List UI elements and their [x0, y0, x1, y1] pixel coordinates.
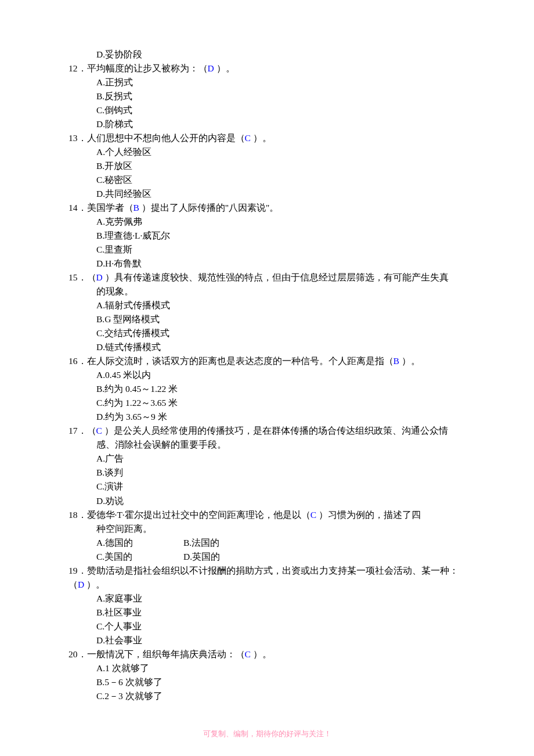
question-16: 16．在人际交流时，谈话双方的距离也是表达态度的一种信号。个人距离是指（B ）。… — [68, 354, 466, 424]
stem-pre: 人们思想中不想向他人公开的内容是（ — [87, 133, 245, 143]
stem-pre: 赞助活动是指社会组织以不计报酬的捐助方式，出资或出力支持某一项社会活动、某一种：… — [68, 566, 459, 589]
option-item: A.1 次就够了 — [96, 661, 466, 675]
document-page: D.妥协阶段 12．平均幅度的让步又被称为：（D ）。 A.正拐式 B.反拐式 … — [0, 0, 534, 756]
stem-post: ）是公关人员经常使用的传播技巧，是在群体传播的场合传达组织政策、沟通公众情 — [104, 426, 448, 435]
question-number: 16． — [68, 356, 87, 366]
question-12: 12．平均幅度的让步又被称为：（D ）。 A.正拐式 B.反拐式 C.倒钩式 D… — [68, 62, 466, 131]
stem-wrap: 种空间距离。 — [68, 522, 466, 536]
option-item: A.正拐式 — [96, 75, 466, 89]
question-stem: 20．一般情况下，组织每年搞庆典活动：（C ）。 — [68, 647, 466, 661]
question-number: 14． — [68, 203, 87, 213]
option-item: B.5－6 次就够了 — [96, 675, 466, 689]
option-item: B.反拐式 — [96, 89, 466, 103]
question-number: 12． — [68, 63, 87, 73]
page-footer: 可复制、编制，期待你的好评与关注！ — [0, 728, 534, 740]
stem-post: ）习惯为例的，描述了四 — [319, 510, 421, 520]
option-item: C.约为 1.22～3.65 米 — [96, 396, 466, 410]
options-block: A.1 次就够了 B.5－6 次就够了 C.2－3 次就够了 — [68, 661, 466, 703]
question-17: 17．（C ）是公关人员经常使用的传播技巧，是在群体传播的场合传达组织政策、沟通… — [68, 424, 466, 507]
answer-letter: B — [134, 203, 142, 213]
option-item: D.H·布鲁默 — [96, 257, 466, 271]
stem-pre: （ — [87, 272, 96, 282]
option-item: A.德国的 — [96, 536, 183, 550]
stem-pre: 在人际交流时，谈话双方的距离也是表达态度的一种信号。个人距离是指（ — [87, 356, 394, 366]
option-item: C.秘密区 — [96, 173, 466, 187]
option-item: A.0.45 米以内 — [96, 368, 466, 382]
option-item: C.2－3 次就够了 — [96, 689, 466, 703]
option-item: B.法国的 — [183, 536, 270, 550]
option-item: B.G 型网络模式 — [96, 312, 466, 326]
option-item: B.开放区 — [96, 159, 466, 173]
stem-pre: 爱德华·T·霍尔提出过社交中的空间距离理论，他是以（ — [87, 510, 311, 520]
option-item: B.谈判 — [96, 466, 466, 480]
question-stem: 19．赞助活动是指社会组织以不计报酬的捐助方式，出资或出力支持某一项社会活动、某… — [68, 564, 466, 592]
answer-letter: C — [96, 426, 104, 435]
option-item: A.家庭事业 — [96, 592, 466, 606]
option-item: D.约为 3.65～9 米 — [96, 410, 466, 424]
answer-letter: B — [394, 356, 402, 366]
answer-letter: D — [78, 579, 86, 589]
option-item: C.倒钩式 — [96, 103, 466, 117]
answer-letter: C — [245, 649, 253, 659]
option-item: D.英国的 — [183, 550, 270, 564]
question-stem: 16．在人际交流时，谈话双方的距离也是表达态度的一种信号。个人距离是指（B ）。 — [68, 354, 466, 368]
options-block: A.克劳佩弗 B.理查德·L·威瓦尔 C.里查斯 D.H·布鲁默 — [68, 215, 466, 271]
option-item: C.演讲 — [96, 480, 466, 494]
option-item: D.劝说 — [96, 494, 466, 508]
question-number: 20． — [68, 649, 87, 659]
stem-wrap: 感、消除社会误解的重要手段。 — [68, 438, 466, 452]
option-item: C.个人事业 — [96, 620, 466, 633]
options-block: A.个人经验区 B.开放区 C.秘密区 D.共同经验区 — [68, 145, 466, 201]
option-item: C.美国的 — [96, 550, 183, 564]
stem-post: ）具有传递速度较快、规范性强的特点，但由于信息经过层层筛选，有可能产生失真 — [105, 272, 449, 282]
option-item: A.克劳佩弗 — [96, 215, 466, 229]
stem-post: ）。 — [86, 579, 105, 589]
question-stem: 17．（C ）是公关人员经常使用的传播技巧，是在群体传播的场合传达组织政策、沟通… — [68, 424, 466, 438]
stem-pre: 一般情况下，组织每年搞庆典活动：（ — [87, 649, 245, 659]
question-number: 17． — [68, 426, 87, 435]
stem-post: ）。 — [402, 356, 420, 366]
stem-post: ）提出了人际传播的"八因素说"。 — [142, 203, 279, 213]
answer-letter: D — [96, 272, 105, 282]
option-item: A.广告 — [96, 452, 466, 466]
question-14: 14．美国学者（B ）提出了人际传播的"八因素说"。 A.克劳佩弗 B.理查德·… — [68, 201, 466, 271]
option-item: D.阶梯式 — [96, 117, 466, 131]
option-item: B.社区事业 — [96, 606, 466, 620]
question-stem: 18．爱德华·T·霍尔提出过社交中的空间距离理论，他是以（C ）习惯为例的，描述… — [68, 508, 466, 522]
stem-post: ）。 — [253, 649, 272, 659]
question-number: 18． — [68, 510, 87, 520]
stem-wrap: 的现象。 — [68, 285, 466, 298]
question-number: 13． — [68, 133, 87, 143]
orphan-options: D.妥协阶段 — [68, 48, 466, 62]
options-block: A.辐射式传播模式 B.G 型网络模式 C.交结式传播模式 D.链式传播模式 — [68, 298, 466, 354]
question-stem: 13．人们思想中不想向他人公开的内容是（C ）。 — [68, 131, 466, 145]
option-item: D.妥协阶段 — [96, 48, 466, 62]
option-item: B.理查德·L·威瓦尔 — [96, 229, 466, 243]
question-20: 20．一般情况下，组织每年搞庆典活动：（C ）。 A.1 次就够了 B.5－6 … — [68, 647, 466, 703]
answer-letter: C — [245, 133, 253, 143]
question-19: 19．赞助活动是指社会组织以不计报酬的捐助方式，出资或出力支持某一项社会活动、某… — [68, 564, 466, 647]
option-item: D.社会事业 — [96, 633, 466, 647]
option-item: A.个人经验区 — [96, 145, 466, 159]
option-item: A.辐射式传播模式 — [96, 298, 466, 312]
option-item: C.交结式传播模式 — [96, 326, 466, 340]
question-stem: 15．（D ）具有传递速度较快、规范性强的特点，但由于信息经过层层筛选，有可能产… — [68, 271, 466, 285]
stem-pre: 平均幅度的让步又被称为：（ — [87, 63, 208, 73]
question-13: 13．人们思想中不想向他人公开的内容是（C ）。 A.个人经验区 B.开放区 C… — [68, 131, 466, 201]
answer-letter: C — [311, 510, 319, 520]
question-stem: 12．平均幅度的让步又被称为：（D ）。 — [68, 62, 466, 75]
option-item: D.链式传播模式 — [96, 340, 466, 354]
stem-post: ）。 — [217, 63, 235, 73]
question-number: 15． — [68, 272, 87, 282]
question-15: 15．（D ）具有传递速度较快、规范性强的特点，但由于信息经过层层筛选，有可能产… — [68, 271, 466, 354]
option-item: C.里查斯 — [96, 243, 466, 257]
stem-pre: 美国学者（ — [87, 203, 134, 213]
option-item: D.共同经验区 — [96, 187, 466, 201]
options-block: A.德国的 B.法国的 C.美国的 D.英国的 — [68, 536, 466, 564]
answer-letter: D — [208, 63, 217, 73]
stem-post: ）。 — [253, 133, 272, 143]
options-block: A.0.45 米以内 B.约为 0.45～1.22 米 C.约为 1.22～3.… — [68, 368, 466, 424]
question-stem: 14．美国学者（B ）提出了人际传播的"八因素说"。 — [68, 201, 466, 215]
question-18: 18．爱德华·T·霍尔提出过社交中的空间距离理论，他是以（C ）习惯为例的，描述… — [68, 508, 466, 564]
options-block: A.正拐式 B.反拐式 C.倒钩式 D.阶梯式 — [68, 75, 466, 131]
